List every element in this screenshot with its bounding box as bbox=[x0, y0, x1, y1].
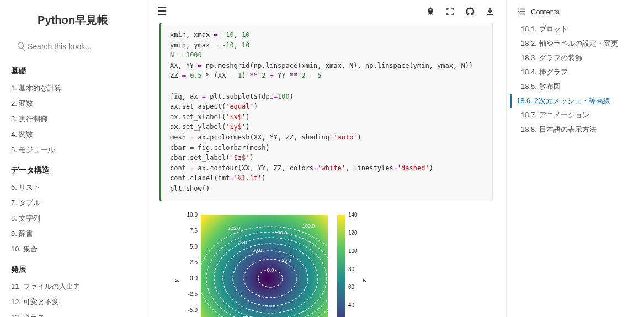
svg-rect-0 bbox=[201, 215, 328, 318]
nav-item[interactable]: 2. 変数 bbox=[11, 96, 135, 111]
nav-item[interactable]: 11. ファイルの入出力 bbox=[11, 279, 135, 294]
svg-text:10.0: 10.0 bbox=[187, 212, 198, 218]
svg-text:75.0: 75.0 bbox=[243, 315, 253, 318]
svg-text:140: 140 bbox=[348, 212, 358, 218]
nav-item[interactable]: 10. 集合 bbox=[11, 241, 135, 257]
toc-item[interactable]: 18.8. 日本語の表示方法 bbox=[517, 122, 634, 137]
left-sidebar: Python早見帳 基礎1. 基本的な計算2. 変数3. 実行制御4. 関数5.… bbox=[0, 0, 146, 317]
toc-item[interactable]: 18.6. 2次元メッシュ・等高線 bbox=[510, 94, 634, 108]
ylabel: y bbox=[173, 278, 179, 282]
main: ☰ xmin, xmax = -10, 10 ymin, ymax = -10,… bbox=[146, 0, 506, 317]
svg-text:75.0: 75.0 bbox=[237, 240, 247, 245]
nav-item[interactable]: 3. 実行制御 bbox=[11, 111, 135, 127]
fullscreen-icon[interactable] bbox=[445, 6, 455, 17]
toc-item[interactable]: 18.4. 棒グラフ bbox=[517, 65, 634, 79]
search-box[interactable] bbox=[11, 37, 135, 55]
nav-item[interactable]: 5. モジュール bbox=[11, 142, 135, 158]
svg-text:125.0: 125.0 bbox=[228, 225, 241, 231]
nav-item[interactable]: 7. タプル bbox=[11, 195, 135, 211]
zlabel: z bbox=[361, 278, 368, 282]
hamburger-icon[interactable]: ☰ bbox=[157, 4, 167, 18]
code-block: xmin, xmax = -10, 10 ymin, ymax = -10, 1… bbox=[159, 23, 493, 201]
nav-item[interactable]: 1. 基本的な計算 bbox=[11, 80, 135, 96]
right-sidebar: Contents 18.1. プロット18.2. 軸やラベルの設定・変更18.3… bbox=[506, 0, 644, 317]
topbar: ☰ bbox=[146, 0, 506, 23]
github-icon[interactable] bbox=[465, 6, 475, 17]
svg-text:5.0: 5.0 bbox=[190, 243, 198, 249]
nav-item[interactable]: 9. 辞書 bbox=[11, 226, 135, 241]
nav: 基礎1. 基本的な計算2. 変数3. 実行制御4. 関数5. モジュールデータ構… bbox=[11, 66, 135, 317]
nav-item[interactable]: 6. リスト bbox=[11, 180, 135, 195]
svg-text:0.0: 0.0 bbox=[190, 275, 198, 281]
svg-text:7.5: 7.5 bbox=[190, 227, 198, 233]
nav-heading: データ構造 bbox=[11, 165, 135, 175]
nav-item[interactable]: 13. クラス bbox=[11, 310, 135, 317]
svg-text:60: 60 bbox=[348, 284, 355, 290]
toc: 18.1. プロット18.2. 軸やラベルの設定・変更18.3. グラフの装飾1… bbox=[517, 22, 634, 137]
svg-text:0.0: 0.0 bbox=[267, 267, 274, 273]
svg-text:2.5: 2.5 bbox=[190, 259, 198, 265]
svg-text:100.0: 100.0 bbox=[302, 223, 315, 229]
nav-item[interactable]: 12. 可変と不変 bbox=[11, 294, 135, 310]
contents-header: Contents bbox=[517, 7, 634, 17]
svg-text:80: 80 bbox=[348, 266, 355, 272]
nav-item[interactable]: 4. 関数 bbox=[11, 127, 135, 142]
svg-text:40: 40 bbox=[348, 302, 355, 308]
toc-item[interactable]: 18.1. プロット bbox=[517, 22, 634, 36]
content: xmin, xmax = -10, 10 ymin, ymax = -10, 1… bbox=[146, 23, 506, 317]
svg-text:100: 100 bbox=[348, 248, 358, 254]
list-icon bbox=[517, 7, 526, 17]
svg-text:120: 120 bbox=[348, 229, 358, 235]
svg-text:25.0: 25.0 bbox=[281, 257, 291, 263]
toc-item[interactable]: 18.3. グラフの装飾 bbox=[517, 51, 634, 65]
download-icon[interactable] bbox=[485, 6, 495, 17]
svg-rect-32 bbox=[337, 215, 345, 318]
search-icon bbox=[17, 41, 26, 51]
site-title: Python早見帳 bbox=[11, 13, 135, 28]
toc-item[interactable]: 18.5. 散布図 bbox=[517, 79, 634, 94]
rocket-icon[interactable] bbox=[425, 6, 435, 17]
nav-heading: 基礎 bbox=[11, 66, 135, 76]
svg-text:-5.0: -5.0 bbox=[188, 307, 198, 313]
nav-item[interactable]: 8. 文字列 bbox=[11, 211, 135, 226]
toc-item[interactable]: 18.2. 軸やラベルの設定・変更 bbox=[517, 36, 634, 51]
search-input[interactable] bbox=[11, 37, 135, 55]
svg-text:50.0: 50.0 bbox=[252, 248, 262, 253]
svg-text:100.0: 100.0 bbox=[275, 230, 288, 235]
nav-heading: 発展 bbox=[11, 265, 135, 275]
svg-text:-2.5: -2.5 bbox=[188, 291, 198, 297]
toc-item[interactable]: 18.7. アニメーション bbox=[517, 108, 634, 122]
contour-plot: -10.0-7.5-5.0-2.50.02.55.07.510.0 -10-50… bbox=[171, 212, 380, 318]
